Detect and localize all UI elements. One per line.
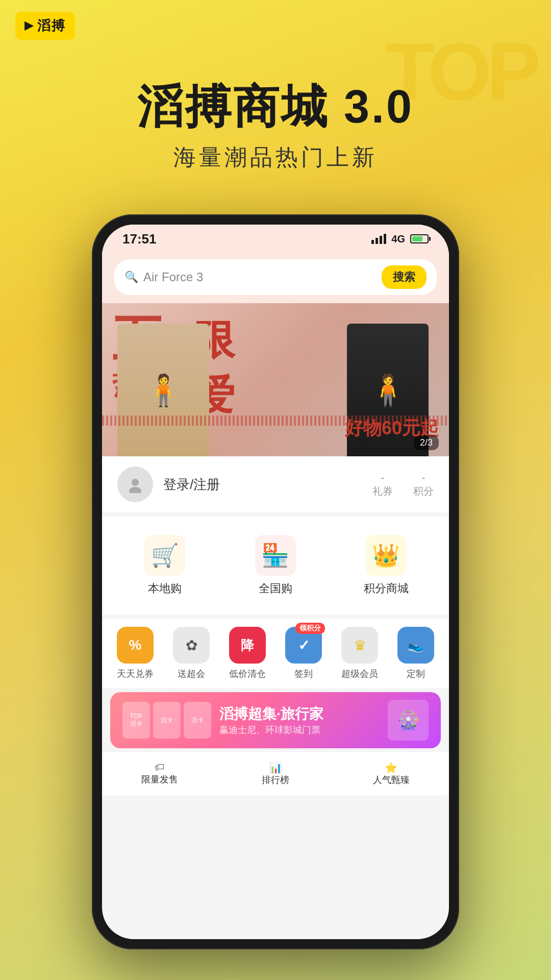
user-section[interactable]: 登录/注册 - 礼券 - 积分 xyxy=(102,456,449,512)
mini-icon-vip-label: 送超会 xyxy=(178,668,205,680)
category-local[interactable]: 🛒 本地购 xyxy=(112,527,218,604)
status-bar: 17:51 4G xyxy=(102,225,449,253)
user-coupon-badge[interactable]: - 礼券 xyxy=(372,471,393,498)
battery-level xyxy=(412,236,422,241)
category-grid: 🛒 本地购 🏪 全国购 👑 积分商城 xyxy=(102,517,449,615)
bottom-tab-ranking-icon: 📊 xyxy=(221,762,331,774)
mini-icon-sale-circle: 降 xyxy=(229,627,266,664)
mini-icon-super-vip-circle: ♛ xyxy=(341,627,378,664)
category-points-mall[interactable]: 👑 积分商城 xyxy=(333,527,439,604)
category-points-icon: 👑 xyxy=(366,535,407,576)
banner-page-indicator: 2/3 xyxy=(414,435,439,450)
phone-container: 17:51 4G 🔍 xyxy=(92,214,459,949)
mini-icon-checkin-label: 签到 xyxy=(294,668,313,680)
mini-icon-custom-label: 定制 xyxy=(407,668,425,680)
signal-bar-1 xyxy=(371,240,374,244)
signal-bar-4 xyxy=(384,234,386,244)
user-points-label: 积分 xyxy=(413,484,434,498)
status-time: 17:51 xyxy=(122,231,157,247)
user-coupon-label: 礼券 xyxy=(372,484,393,498)
mini-icons-row: % 天天兑券 ✿ 送超会 降 低价清仓 ✓ 领积分 签到 xyxy=(102,619,449,688)
figure-right-icon: 🧍 xyxy=(369,372,407,408)
banner-card-1: TOP滔卡 xyxy=(122,702,150,739)
mini-icon-checkin[interactable]: ✓ 领积分 签到 xyxy=(276,627,332,680)
logo-text: 滔搏 xyxy=(37,17,66,35)
search-bar: 🔍 Air Force 3 搜索 xyxy=(102,253,449,303)
category-national-icon: 🏪 xyxy=(255,535,296,576)
hero-section: 滔搏商城 3.0 海量潮品热门上新 xyxy=(0,61,551,188)
bottom-tab-limited-icon: 🏷 xyxy=(105,762,215,773)
bottom-tab-limited-label: 限量发售 xyxy=(105,773,215,786)
search-icon: 🔍 xyxy=(124,271,138,284)
status-4g: 4G xyxy=(391,233,405,245)
search-button[interactable]: 搜索 xyxy=(382,265,427,289)
bottom-tab-limited[interactable]: 🏷 限量发售 xyxy=(102,758,218,789)
user-points-count: - xyxy=(413,471,434,484)
user-coupon-count: - xyxy=(372,471,393,484)
logo-badge[interactable]: ▶ 滔搏 xyxy=(15,12,75,40)
user-login-label[interactable]: 登录/注册 xyxy=(163,476,220,494)
bottom-banner-text: 滔搏超集·旅行家 赢迪士尼、环球影城门票 xyxy=(219,704,380,736)
figure-left-icon: 🧍 xyxy=(144,372,183,408)
banner-figure-left: 🧍 xyxy=(117,324,209,456)
mini-icon-coupon[interactable]: % 天天兑券 xyxy=(107,627,163,680)
banner[interactable]: 五 热 限 爱 🧍 🧍 好物60元起 2/3 xyxy=(102,303,449,456)
signal-bars xyxy=(371,234,386,244)
bottom-tabs: 🏷 限量发售 📊 排行榜 ⭐ 人气甄臻 xyxy=(102,752,449,795)
svg-point-0 xyxy=(132,479,139,486)
hero-title: 滔搏商城 3.0 xyxy=(31,82,520,132)
mini-icon-coupon-circle: % xyxy=(117,627,154,664)
status-right: 4G xyxy=(371,233,429,245)
svg-point-1 xyxy=(129,487,141,493)
top-bar: ▶ 滔搏 xyxy=(0,0,551,51)
mini-icon-coupon-label: 天天兑券 xyxy=(117,668,154,680)
mini-icon-vip-circle: ✿ xyxy=(173,627,210,664)
search-input-row[interactable]: 🔍 Air Force 3 搜索 xyxy=(114,259,437,295)
search-input[interactable]: Air Force 3 xyxy=(143,270,382,284)
bottom-banner-cards: TOP滔卡 滔卡 滔卡 xyxy=(122,702,211,739)
bottom-banner-subtitle: 赢迪士尼、环球影城门票 xyxy=(219,724,380,736)
logo-icon: ▶ xyxy=(24,19,33,32)
mini-icon-super-vip-label: 超级会员 xyxy=(341,668,378,680)
mini-icon-sale[interactable]: 降 低价清仓 xyxy=(219,627,276,680)
category-local-icon: 🛒 xyxy=(144,535,185,576)
banner-card-2: 滔卡 xyxy=(153,702,181,739)
user-info-right: - 礼券 - 积分 xyxy=(372,471,434,498)
hero-subtitle: 海量潮品热门上新 xyxy=(31,142,520,173)
bottom-banner-title: 滔搏超集·旅行家 xyxy=(219,704,380,724)
bottom-tab-ranking-label: 排行榜 xyxy=(221,774,331,786)
user-avatar[interactable] xyxy=(117,467,153,502)
mini-icon-sale-label: 低价清仓 xyxy=(229,668,266,680)
bottom-tab-popular-label: 人气甄臻 xyxy=(336,774,446,786)
checkin-badge: 领积分 xyxy=(295,623,325,634)
bottom-tab-ranking[interactable]: 📊 排行榜 xyxy=(218,758,334,789)
banner-card-3: 滔卡 xyxy=(184,702,211,739)
mini-icon-custom[interactable]: 👟 定制 xyxy=(388,627,444,680)
category-national[interactable]: 🏪 全国购 xyxy=(223,527,329,604)
bottom-tab-popular[interactable]: ⭐ 人气甄臻 xyxy=(333,758,449,789)
phone-frame: 17:51 4G 🔍 xyxy=(92,214,459,949)
bottom-banner-image: 🎡 xyxy=(388,700,429,741)
signal-bar-2 xyxy=(375,238,378,244)
mini-icon-custom-circle: 👟 xyxy=(397,627,434,664)
phone-screen: 17:51 4G 🔍 xyxy=(102,225,449,939)
user-points-badge[interactable]: - 积分 xyxy=(413,471,434,498)
category-points-label: 积分商城 xyxy=(364,581,409,596)
mini-icon-vip[interactable]: ✿ 送超会 xyxy=(163,627,219,680)
category-national-label: 全国购 xyxy=(259,581,292,596)
signal-bar-3 xyxy=(380,236,382,244)
mini-icon-checkin-circle: ✓ 领积分 xyxy=(285,627,322,664)
bottom-banner[interactable]: TOP滔卡 滔卡 滔卡 滔搏超集·旅行家 赢迪士尼、环球影城门票 🎡 xyxy=(110,692,441,748)
bottom-tab-popular-icon: ⭐ xyxy=(336,762,446,774)
category-local-label: 本地购 xyxy=(148,581,182,596)
mini-icon-super-vip[interactable]: ♛ 超级会员 xyxy=(332,627,388,680)
battery-icon xyxy=(410,234,429,243)
